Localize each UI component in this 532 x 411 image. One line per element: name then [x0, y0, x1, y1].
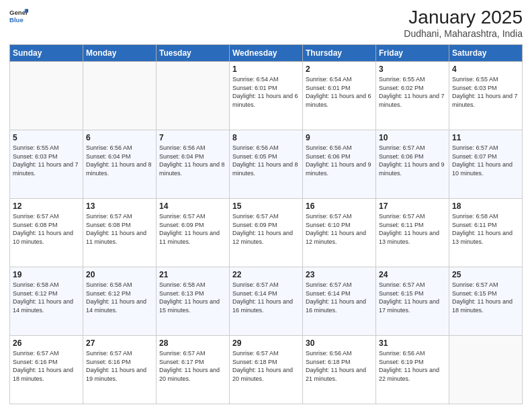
day-cell: 15Sunrise: 6:57 AM Sunset: 6:09 PM Dayli…	[230, 199, 303, 267]
day-number: 1	[232, 64, 300, 74]
day-header-tuesday: Tuesday	[157, 45, 230, 62]
day-cell: 24Sunrise: 6:57 AM Sunset: 6:15 PM Dayli…	[376, 267, 449, 336]
day-info: Sunrise: 6:57 AM Sunset: 6:08 PM Dayligh…	[13, 212, 80, 246]
day-info: Sunrise: 6:58 AM Sunset: 6:12 PM Dayligh…	[13, 281, 80, 314]
day-info: Sunrise: 6:58 AM Sunset: 6:13 PM Dayligh…	[159, 281, 226, 314]
day-cell: 8Sunrise: 6:56 AM Sunset: 6:05 PM Daylig…	[230, 130, 303, 199]
day-info: Sunrise: 6:56 AM Sunset: 6:18 PM Dayligh…	[306, 349, 373, 383]
day-info: Sunrise: 6:56 AM Sunset: 6:05 PM Dayligh…	[232, 144, 300, 177]
day-number: 21	[159, 270, 226, 279]
day-cell: 1Sunrise: 6:54 AM Sunset: 6:01 PM Daylig…	[230, 62, 303, 130]
day-cell: 26Sunrise: 6:57 AM Sunset: 6:16 PM Dayli…	[10, 336, 83, 404]
day-info: Sunrise: 6:56 AM Sunset: 6:06 PM Dayligh…	[306, 144, 373, 177]
day-info: Sunrise: 6:57 AM Sunset: 6:14 PM Dayligh…	[306, 281, 373, 314]
day-cell	[449, 336, 523, 404]
day-cell: 22Sunrise: 6:57 AM Sunset: 6:14 PM Dayli…	[230, 267, 303, 336]
day-number: 4	[452, 64, 519, 74]
day-info: Sunrise: 6:58 AM Sunset: 6:11 PM Dayligh…	[452, 212, 519, 246]
day-number: 20	[86, 270, 153, 279]
day-cell: 6Sunrise: 6:56 AM Sunset: 6:04 PM Daylig…	[83, 130, 157, 199]
header: General Blue January 2025 Dudhani, Mahar…	[9, 7, 523, 39]
day-info: Sunrise: 6:55 AM Sunset: 6:03 PM Dayligh…	[13, 144, 80, 177]
day-info: Sunrise: 6:57 AM Sunset: 6:10 PM Dayligh…	[306, 212, 373, 246]
day-cell: 2Sunrise: 6:54 AM Sunset: 6:01 PM Daylig…	[303, 62, 376, 130]
day-cell: 29Sunrise: 6:57 AM Sunset: 6:18 PM Dayli…	[230, 336, 303, 404]
week-row-2: 12Sunrise: 6:57 AM Sunset: 6:08 PM Dayli…	[10, 199, 523, 267]
day-info: Sunrise: 6:57 AM Sunset: 6:09 PM Dayligh…	[159, 212, 226, 246]
day-info: Sunrise: 6:56 AM Sunset: 6:04 PM Dayligh…	[86, 144, 153, 177]
day-cell: 11Sunrise: 6:57 AM Sunset: 6:07 PM Dayli…	[449, 130, 523, 199]
day-number: 9	[306, 133, 373, 142]
day-header-thursday: Thursday	[303, 45, 376, 62]
logo: General Blue	[9, 7, 28, 26]
day-cell	[10, 62, 83, 130]
day-cell: 7Sunrise: 6:56 AM Sunset: 6:04 PM Daylig…	[157, 130, 230, 199]
day-number: 27	[86, 338, 153, 348]
day-cell: 4Sunrise: 6:55 AM Sunset: 6:03 PM Daylig…	[449, 62, 523, 130]
day-info: Sunrise: 6:57 AM Sunset: 6:17 PM Dayligh…	[159, 349, 226, 383]
day-number: 23	[306, 270, 373, 279]
day-cell: 12Sunrise: 6:57 AM Sunset: 6:08 PM Dayli…	[10, 199, 83, 267]
day-cell: 9Sunrise: 6:56 AM Sunset: 6:06 PM Daylig…	[303, 130, 376, 199]
day-cell: 10Sunrise: 6:57 AM Sunset: 6:06 PM Dayli…	[376, 130, 449, 199]
day-info: Sunrise: 6:57 AM Sunset: 6:14 PM Dayligh…	[232, 281, 300, 314]
day-info: Sunrise: 6:57 AM Sunset: 6:09 PM Dayligh…	[232, 212, 300, 246]
day-cell: 30Sunrise: 6:56 AM Sunset: 6:18 PM Dayli…	[303, 336, 376, 404]
day-number: 26	[13, 338, 80, 348]
day-number: 25	[452, 270, 519, 279]
day-cell: 3Sunrise: 6:55 AM Sunset: 6:02 PM Daylig…	[376, 62, 449, 130]
day-cell: 16Sunrise: 6:57 AM Sunset: 6:10 PM Dayli…	[303, 199, 376, 267]
day-cell: 13Sunrise: 6:57 AM Sunset: 6:08 PM Dayli…	[83, 199, 157, 267]
day-cell: 28Sunrise: 6:57 AM Sunset: 6:17 PM Dayli…	[157, 336, 230, 404]
day-cell: 27Sunrise: 6:57 AM Sunset: 6:16 PM Dayli…	[83, 336, 157, 404]
day-number: 31	[379, 338, 446, 348]
day-number: 14	[159, 201, 226, 211]
day-number: 12	[13, 201, 80, 211]
header-row: SundayMondayTuesdayWednesdayThursdayFrid…	[10, 45, 523, 62]
day-info: Sunrise: 6:56 AM Sunset: 6:04 PM Dayligh…	[159, 144, 226, 177]
week-row-4: 26Sunrise: 6:57 AM Sunset: 6:16 PM Dayli…	[10, 336, 523, 404]
day-info: Sunrise: 6:57 AM Sunset: 6:08 PM Dayligh…	[86, 212, 153, 246]
day-cell	[83, 62, 157, 130]
day-info: Sunrise: 6:57 AM Sunset: 6:15 PM Dayligh…	[452, 281, 519, 314]
day-cell: 31Sunrise: 6:56 AM Sunset: 6:19 PM Dayli…	[376, 336, 449, 404]
day-header-sunday: Sunday	[10, 45, 83, 62]
day-number: 3	[379, 64, 446, 74]
day-cell: 17Sunrise: 6:57 AM Sunset: 6:11 PM Dayli…	[376, 199, 449, 267]
day-cell: 19Sunrise: 6:58 AM Sunset: 6:12 PM Dayli…	[10, 267, 83, 336]
calendar-title: January 2025	[404, 7, 523, 28]
day-number: 16	[306, 201, 373, 211]
day-info: Sunrise: 6:57 AM Sunset: 6:16 PM Dayligh…	[86, 349, 153, 383]
day-number: 11	[452, 133, 519, 142]
day-cell: 20Sunrise: 6:58 AM Sunset: 6:12 PM Dayli…	[83, 267, 157, 336]
day-cell: 25Sunrise: 6:57 AM Sunset: 6:15 PM Dayli…	[449, 267, 523, 336]
calendar-subtitle: Dudhani, Maharashtra, India	[404, 28, 523, 39]
day-info: Sunrise: 6:55 AM Sunset: 6:03 PM Dayligh…	[452, 75, 519, 109]
day-cell: 23Sunrise: 6:57 AM Sunset: 6:14 PM Dayli…	[303, 267, 376, 336]
day-info: Sunrise: 6:57 AM Sunset: 6:11 PM Dayligh…	[379, 212, 446, 246]
day-number: 15	[232, 201, 300, 211]
day-number: 8	[232, 133, 300, 142]
day-info: Sunrise: 6:58 AM Sunset: 6:12 PM Dayligh…	[86, 281, 153, 314]
week-row-3: 19Sunrise: 6:58 AM Sunset: 6:12 PM Dayli…	[10, 267, 523, 336]
logo-icon: General Blue	[9, 7, 28, 26]
day-number: 17	[379, 201, 446, 211]
day-info: Sunrise: 6:55 AM Sunset: 6:02 PM Dayligh…	[379, 75, 446, 109]
day-info: Sunrise: 6:57 AM Sunset: 6:06 PM Dayligh…	[379, 144, 446, 177]
day-number: 5	[13, 133, 80, 142]
day-header-monday: Monday	[83, 45, 157, 62]
day-info: Sunrise: 6:57 AM Sunset: 6:16 PM Dayligh…	[13, 349, 80, 383]
day-number: 22	[232, 270, 300, 279]
day-cell: 18Sunrise: 6:58 AM Sunset: 6:11 PM Dayli…	[449, 199, 523, 267]
day-header-wednesday: Wednesday	[230, 45, 303, 62]
week-row-0: 1Sunrise: 6:54 AM Sunset: 6:01 PM Daylig…	[10, 62, 523, 130]
title-block: January 2025 Dudhani, Maharashtra, India	[404, 7, 523, 39]
week-row-1: 5Sunrise: 6:55 AM Sunset: 6:03 PM Daylig…	[10, 130, 523, 199]
day-info: Sunrise: 6:56 AM Sunset: 6:19 PM Dayligh…	[379, 349, 446, 383]
day-number: 18	[452, 201, 519, 211]
day-number: 19	[13, 270, 80, 279]
day-number: 2	[306, 64, 373, 74]
day-cell	[157, 62, 230, 130]
day-cell: 14Sunrise: 6:57 AM Sunset: 6:09 PM Dayli…	[157, 199, 230, 267]
page: General Blue January 2025 Dudhani, Mahar…	[0, 0, 532, 411]
